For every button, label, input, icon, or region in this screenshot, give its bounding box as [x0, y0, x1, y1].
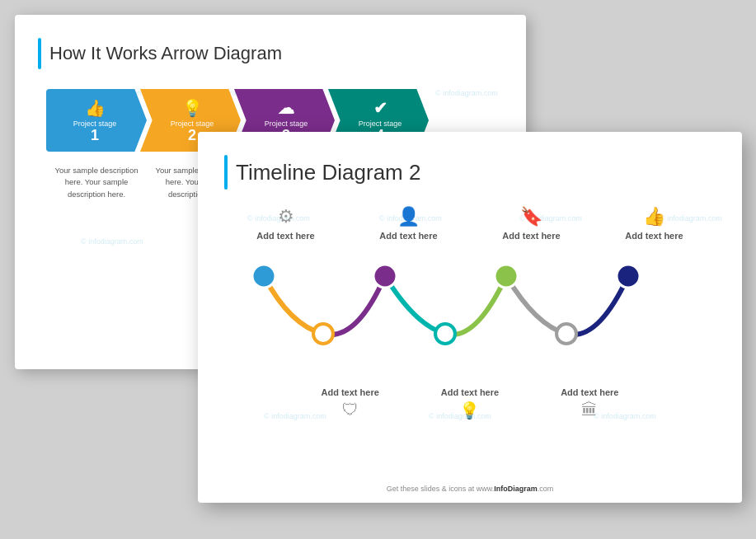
- svg-point-3: [617, 265, 640, 288]
- slide1-header: How It Works Arrow Diagram: [38, 38, 503, 69]
- bottom-items-row: Add text here 🛡 Add text here 💡 Add text…: [290, 387, 716, 420]
- slide1-title: How It Works Arrow Diagram: [49, 43, 282, 64]
- building-icon-bottom: 🏛: [581, 401, 598, 419]
- timeline-connector-svg: [224, 251, 716, 359]
- bottom-item-2: Add text here 🏛: [532, 387, 647, 420]
- bottom-label-1: Add text here: [441, 387, 499, 397]
- timeline-area: ⚙ Add text here 👤 Add text here 🔖 Add te…: [224, 206, 716, 453]
- arrow-stage-1: 👍 Project stage 1: [46, 89, 147, 152]
- check-icon: ✔: [373, 98, 387, 118]
- slide2-footer: Get these slides & icons at www.InfoDiag…: [198, 485, 742, 493]
- bookmark-icon-top: 🔖: [520, 206, 542, 227]
- top-items-row: ⚙ Add text here 👤 Add text here 🔖 Add te…: [224, 206, 716, 241]
- footer-suffix: .com: [538, 485, 554, 493]
- top-label-2: Add text here: [502, 231, 560, 241]
- svg-point-5: [435, 324, 455, 344]
- desc-1: Your sample description here. Your sampl…: [46, 165, 147, 200]
- top-item-1: 👤 Add text here: [355, 206, 463, 241]
- arrow-num-2: 2: [188, 128, 196, 143]
- title-accent-bar: [38, 38, 41, 69]
- thumbs-up-icon: 👍: [85, 98, 106, 118]
- footer-prefix: Get these slides & icons at www.: [387, 485, 495, 493]
- slide2-title: Timeline Diagram 2: [236, 160, 420, 185]
- bottom-label-2: Add text here: [561, 387, 618, 397]
- arrow-num-1: 1: [91, 128, 99, 143]
- shield-icon-bottom: 🛡: [342, 401, 359, 419]
- title-accent-bar-2: [224, 155, 228, 190]
- watermark2: © infodiagram.com: [81, 237, 143, 246]
- top-item-2: 🔖 Add text here: [478, 206, 585, 241]
- svg-point-0: [252, 265, 275, 288]
- thumbsup-icon-top: 👍: [643, 206, 665, 227]
- top-item-0: ⚙ Add text here: [232, 206, 340, 241]
- bottom-item-1: Add text here 💡: [412, 387, 528, 420]
- top-label-1: Add text here: [379, 231, 437, 241]
- svg-point-6: [556, 324, 576, 344]
- bottom-item-0: Add text here 🛡: [293, 387, 408, 420]
- svg-point-1: [373, 265, 397, 288]
- top-label-0: Add text here: [256, 231, 314, 241]
- bulb-icon-bottom: 💡: [459, 401, 480, 420]
- top-item-3: 👍 Add text here: [601, 206, 708, 241]
- slide2-header: Timeline Diagram 2: [224, 155, 716, 190]
- bottom-label-0: Add text here: [322, 387, 379, 397]
- svg-point-2: [495, 265, 518, 288]
- slide2-front: Timeline Diagram 2 © infodiagram.com © i…: [198, 132, 742, 503]
- top-label-3: Add text here: [625, 231, 683, 241]
- person-icon-top: 👤: [397, 206, 420, 227]
- cloud-icon: ☁: [278, 98, 294, 118]
- lightbulb-icon: 💡: [182, 98, 203, 118]
- footer-brand: InfoDiagram: [494, 485, 538, 493]
- gear-icon-top: ⚙: [278, 206, 294, 227]
- svg-point-4: [313, 324, 333, 344]
